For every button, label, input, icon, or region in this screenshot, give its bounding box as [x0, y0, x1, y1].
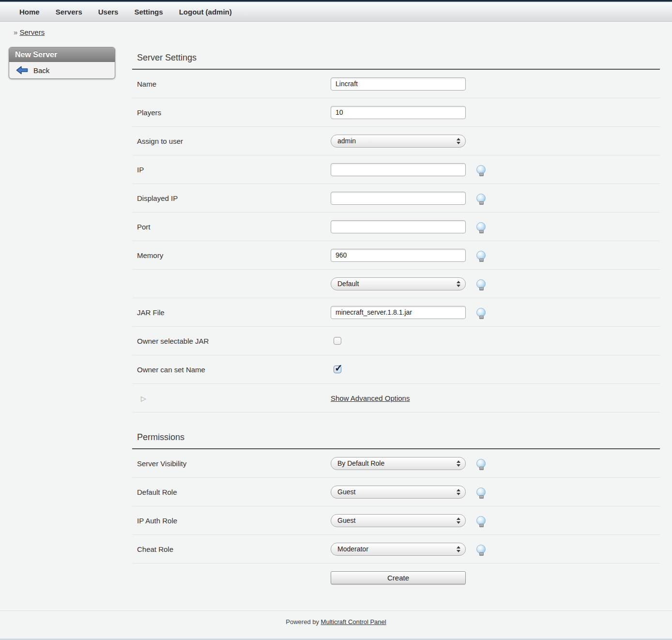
row-control: Default — [331, 277, 466, 290]
jar-file-input[interactable] — [331, 306, 466, 319]
form-row-ip-auth-role: IP Auth RoleGuest — [132, 506, 660, 535]
row-label: Owner selectable JAR — [137, 337, 331, 345]
row-label: IP Auth Role — [137, 517, 331, 525]
row-control — [331, 192, 466, 205]
row-label: Players — [137, 108, 331, 117]
form-row-select: Default — [132, 270, 660, 298]
nav-item-users[interactable]: Users — [98, 8, 119, 16]
row-label: Cheat Role — [137, 545, 331, 553]
section-title: Permissions — [132, 412, 660, 448]
players-input[interactable] — [331, 106, 466, 119]
port-input[interactable] — [331, 220, 466, 233]
collapsed-arrow-icon[interactable]: ▷ — [141, 395, 146, 402]
help-bulb-icon[interactable] — [476, 308, 486, 317]
default-select[interactable]: Default — [331, 277, 466, 290]
help-bulb-icon[interactable] — [476, 194, 486, 203]
row-control — [331, 306, 466, 319]
help-bulb-icon[interactable] — [476, 251, 486, 260]
form-row-jar-file: JAR File — [132, 298, 660, 327]
select-spinner-icon — [457, 546, 460, 552]
row-label: Memory — [137, 251, 331, 259]
form-row-port: Port — [132, 213, 660, 241]
form-row-displayed-ip: Displayed IP — [132, 184, 660, 213]
footer-text: Powered by — [286, 618, 319, 625]
select-value: Guest — [337, 488, 457, 496]
help-bulb-icon[interactable] — [476, 545, 486, 554]
row-control — [331, 249, 466, 262]
row-control — [331, 220, 466, 233]
help-bulb-icon[interactable] — [476, 279, 486, 289]
form-row-cheat-role: Cheat RoleModerator — [132, 535, 660, 564]
create-button[interactable]: Create — [331, 571, 466, 584]
show-advanced-options-link[interactable]: Show Advanced Options — [331, 394, 410, 402]
nav-item-settings[interactable]: Settings — [134, 8, 163, 16]
form-row-ip: IP — [132, 155, 660, 184]
owner-can-set-name-checkbox[interactable] — [334, 366, 341, 373]
ip-input[interactable] — [331, 163, 466, 176]
server-visibility-select[interactable]: By Default Role — [331, 457, 466, 470]
nav-item-home[interactable]: Home — [19, 8, 40, 16]
section-permissions: PermissionsServer VisibilityBy Default R… — [132, 412, 660, 592]
help-bulb-icon[interactable] — [476, 222, 486, 231]
displayed-ip-input[interactable] — [331, 192, 466, 205]
form-row-advanced: ▷Show Advanced Options — [132, 384, 660, 412]
back-arrow-icon — [16, 66, 28, 75]
back-button[interactable]: Back — [9, 62, 115, 78]
memory-input[interactable] — [331, 249, 466, 262]
select-spinner-icon — [457, 489, 460, 495]
assign-to-user-select[interactable]: admin — [331, 135, 466, 148]
row-control — [331, 163, 466, 176]
form-row-default-role: Default RoleGuest — [132, 478, 660, 506]
help-bulb-icon[interactable] — [476, 165, 486, 174]
ip-auth-role-select[interactable]: Guest — [331, 514, 466, 527]
help-bulb-icon[interactable] — [476, 516, 486, 525]
row-label: Server Visibility — [137, 459, 331, 468]
select-spinner-icon — [457, 138, 460, 144]
select-value: admin — [337, 137, 457, 145]
select-value: Guest — [337, 517, 457, 524]
sidebar-panel: New Server Back — [9, 47, 115, 79]
row-label: Default Role — [137, 488, 331, 496]
row-control: Moderator — [331, 543, 466, 556]
owner-selectable-jar-checkbox[interactable] — [334, 337, 341, 345]
row-control: By Default Role — [331, 457, 466, 470]
select-spinner-icon — [457, 460, 460, 467]
select-spinner-icon — [457, 281, 460, 287]
form-row-players: Players — [132, 98, 660, 127]
row-control: admin — [331, 135, 466, 148]
row-label: Name — [137, 80, 331, 88]
top-nav: HomeServersUsersSettingsLogout (admin) — [0, 2, 672, 22]
row-control: Guest — [331, 486, 466, 499]
row-label: Owner can set Name — [137, 366, 331, 374]
breadcrumb-link-servers[interactable]: Servers — [20, 28, 45, 36]
default-role-select[interactable]: Guest — [331, 486, 466, 499]
row-control — [331, 337, 466, 345]
select-value: By Default Role — [337, 459, 457, 467]
section-title: Server Settings — [132, 46, 660, 69]
row-label: Port — [137, 223, 331, 231]
sidebar-title: New Server — [9, 47, 115, 62]
row-label: Displayed IP — [137, 194, 331, 202]
nav-item-logout-admin[interactable]: Logout (admin) — [179, 8, 232, 16]
form-row-name: Name — [132, 70, 660, 98]
name-input[interactable] — [331, 77, 466, 91]
form-row-assign-to-user: Assign to useradmin — [132, 127, 660, 155]
row-label: Assign to user — [137, 137, 331, 145]
footer: Powered by Multicraft Control Panel — [0, 610, 672, 635]
row-label: ▷ — [137, 394, 331, 402]
row-control — [331, 366, 466, 373]
nav-item-servers[interactable]: Servers — [56, 8, 82, 16]
row-control — [331, 77, 466, 91]
row-label: IP — [137, 166, 331, 174]
footer-link-multicraft[interactable]: Multicraft Control Panel — [321, 618, 386, 625]
form-row-button: Create — [132, 564, 660, 592]
server-form: Server SettingsNamePlayersAssign to user… — [132, 46, 660, 592]
section-server-settings: Server SettingsNamePlayersAssign to user… — [132, 46, 660, 412]
help-bulb-icon[interactable] — [476, 488, 486, 497]
back-button-label: Back — [33, 66, 49, 75]
help-bulb-icon[interactable] — [476, 459, 486, 468]
select-spinner-icon — [457, 518, 460, 524]
row-control: Show Advanced Options — [331, 394, 466, 402]
row-label: JAR File — [137, 308, 331, 317]
cheat-role-select[interactable]: Moderator — [331, 543, 466, 556]
